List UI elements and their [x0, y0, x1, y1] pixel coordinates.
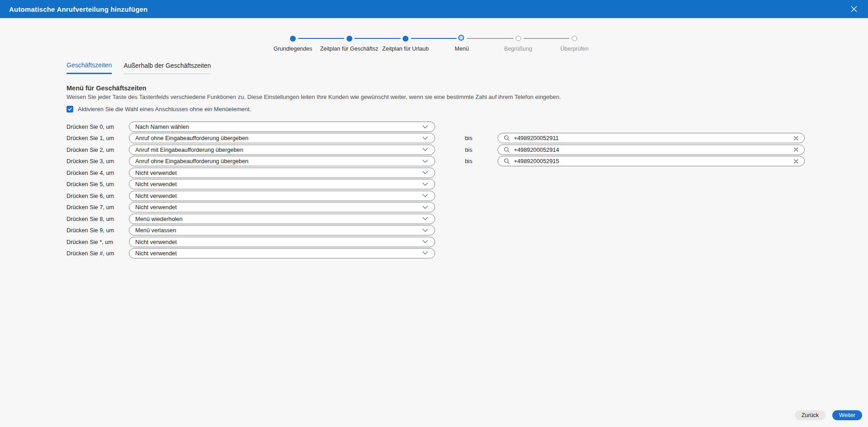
step-indicator-complete: [290, 36, 296, 42]
search-icon: [504, 158, 510, 164]
keypad-row-label: Drücken Sie 4, um: [66, 168, 114, 178]
wizard-footer: Zurück Weiter: [795, 410, 862, 420]
action-select-value: Nach Namen wählen: [135, 123, 189, 130]
action-select-value: Anruf ohne Eingabeaufforderung übergeben: [135, 158, 248, 164]
keypad-row: Drücken Sie 9, um Menü verlassen: [0, 225, 868, 235]
action-select[interactable]: Nicht verwendet: [129, 191, 435, 201]
clear-number-button[interactable]: [794, 136, 798, 141]
step-connector: [298, 38, 345, 39]
close-icon: [851, 6, 857, 12]
clear-number-button[interactable]: [794, 159, 798, 164]
chevron-down-icon: [422, 251, 428, 255]
clear-icon: [794, 136, 798, 141]
action-select[interactable]: Nicht verwendet: [129, 168, 435, 178]
step-label: Überprüfen: [534, 46, 615, 52]
action-select[interactable]: Nicht verwendet: [129, 179, 435, 189]
back-button[interactable]: Zurück: [795, 410, 825, 420]
clear-icon: [794, 159, 798, 164]
chevron-down-icon: [422, 183, 428, 186]
action-select-value: Menü verlassen: [135, 227, 176, 234]
close-button[interactable]: [849, 4, 859, 14]
step-indicator-upcoming: [572, 36, 577, 41]
chevron-down-icon: [422, 160, 428, 163]
keypad-row: Drücken Sie *, um Nicht verwendet: [0, 237, 868, 247]
dialog-title: Automatische Anrufverteilung hinzufügen: [9, 5, 147, 13]
action-select-value: Menü wiederholen: [135, 216, 183, 222]
keypad-row: Drücken Sie 4, um Nicht verwendet: [0, 168, 868, 178]
action-select-value: Nicht verwendet: [135, 181, 177, 188]
action-select-value: Nicht verwendet: [135, 204, 177, 211]
action-select[interactable]: Anruf ohne Eingabeaufforderung übergeben: [129, 133, 435, 143]
next-button[interactable]: Weiter: [832, 410, 862, 420]
action-select[interactable]: Anruf ohne Eingabeaufforderung übergeben: [129, 156, 435, 166]
search-icon: [504, 135, 510, 141]
bis-label: bis: [465, 156, 472, 166]
keypad-row: Drücken Sie #, um Nicht verwendet: [0, 248, 868, 258]
chevron-down-icon: [422, 229, 428, 232]
section-description: Weisen Sie jeder Taste des Tastenfelds v…: [66, 94, 561, 100]
step-connector: [354, 38, 401, 39]
phone-number-value: +4989200052915: [514, 158, 790, 164]
keypad-row: Drücken Sie 2, um Anruf mit Eingabeauffo…: [0, 145, 868, 155]
phone-number-input[interactable]: +4989200052914: [498, 145, 805, 155]
action-select[interactable]: Nicht verwendet: [129, 237, 435, 247]
check-icon: [67, 107, 72, 112]
keypad-row: Drücken Sie 7, um Nicht verwendet: [0, 202, 868, 212]
tab-bar: GeschäftszeitenAußerhalb der Geschäftsze…: [66, 61, 211, 74]
keypad-row: Drücken Sie 8, um Menü wiederholen: [0, 214, 868, 224]
bis-label: bis: [465, 133, 472, 143]
tab-active[interactable]: Geschäftszeiten: [66, 61, 112, 74]
keypad-row-label: Drücken Sie 9, um: [66, 225, 114, 235]
tab-inactive[interactable]: Außerhalb der Geschäftszeiten: [123, 61, 211, 74]
section-heading: Menü für Geschäftszeiten: [66, 84, 146, 92]
chevron-down-icon: [422, 217, 428, 221]
keypad-row-label: Drücken Sie *, um: [66, 237, 113, 247]
chevron-down-icon: [422, 136, 428, 140]
action-select-value: Nicht verwendet: [135, 169, 177, 176]
keypad-row: Drücken Sie 5, um Nicht verwendet: [0, 179, 868, 189]
phone-number-input[interactable]: +4989200052915: [498, 156, 805, 166]
action-select[interactable]: Nicht verwendet: [129, 248, 435, 258]
keypad-row-label: Drücken Sie 3, um: [66, 156, 114, 166]
action-select-value: Anruf mit Eingabeaufforderung übergeben: [135, 146, 243, 153]
chevron-down-icon: [422, 194, 428, 197]
keypad-row-label: Drücken Sie 2, um: [66, 145, 114, 155]
step-indicator-upcoming: [516, 36, 521, 41]
step-indicator-current: [458, 35, 464, 41]
keypad-row-label: Drücken Sie 8, um: [66, 214, 114, 224]
clear-icon: [794, 147, 798, 152]
chevron-down-icon: [422, 148, 428, 151]
action-select[interactable]: Menü verlassen: [129, 225, 435, 235]
phone-number-value: +4989200052911: [514, 135, 790, 141]
action-select-value: Anruf ohne Eingabeaufforderung übergeben: [135, 135, 248, 141]
action-select[interactable]: Nach Namen wählen: [129, 122, 435, 132]
keypad-row: Drücken Sie 0, um Nach Namen wählen: [0, 122, 868, 132]
step-connector: [523, 38, 570, 39]
extension-dial-checkbox[interactable]: Aktivieren Sie die Wahl eines Anschlusse…: [66, 106, 251, 113]
action-select-value: Nicht verwendet: [135, 250, 177, 257]
keypad-row-label: Drücken Sie 6, um: [66, 191, 114, 201]
chevron-down-icon: [422, 240, 428, 244]
keypad-row-label: Drücken Sie 1, um: [66, 133, 114, 143]
dialog-titlebar: Automatische Anrufverteilung hinzufügen: [0, 0, 868, 18]
action-select[interactable]: Anruf mit Eingabeaufforderung übergeben: [129, 145, 435, 155]
chevron-down-icon: [422, 125, 428, 129]
step-indicator-complete: [403, 36, 408, 42]
phone-number-input[interactable]: +4989200052911: [498, 133, 805, 143]
keypad-row: Drücken Sie 3, um Anruf ohne Eingabeauff…: [0, 156, 868, 166]
step-connector: [411, 38, 457, 39]
keypad-row-label: Drücken Sie #, um: [66, 248, 114, 258]
action-select[interactable]: Nicht verwendet: [129, 202, 435, 212]
phone-number-value: +4989200052914: [514, 146, 790, 153]
keypad-row: Drücken Sie 1, um Anruf ohne Eingabeauff…: [0, 133, 868, 143]
search-icon: [504, 147, 510, 153]
action-select[interactable]: Menü wiederholen: [129, 214, 435, 224]
checkbox-label: Aktivieren Sie die Wahl eines Anschlusse…: [78, 106, 251, 113]
bis-label: bis: [465, 145, 472, 155]
keypad-row: Drücken Sie 6, um Nicht verwendet: [0, 191, 868, 201]
step-indicator-complete: [346, 36, 352, 42]
keypad-row-label: Drücken Sie 7, um: [66, 202, 114, 212]
clear-number-button[interactable]: [794, 147, 798, 152]
checkbox-checked[interactable]: [66, 106, 73, 113]
action-select-value: Nicht verwendet: [135, 192, 177, 199]
